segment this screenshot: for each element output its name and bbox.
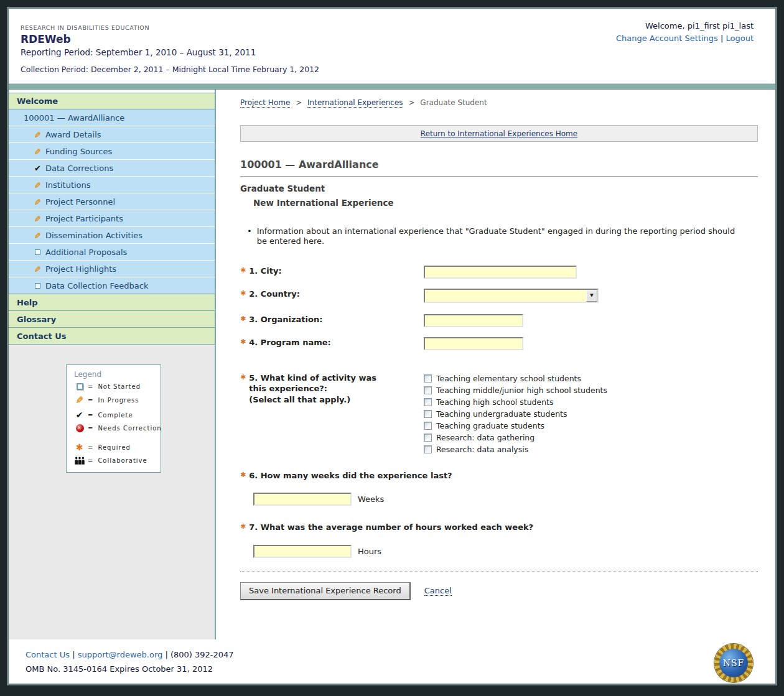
footer-contact-us-link[interactable]: Contact Us [26,650,70,659]
activity-option-teaching-elementary[interactable]: Teaching elementary school students [424,373,607,384]
sidebar-item-data-corrections[interactable]: ✔ Data Corrections [9,160,215,177]
sidebar-item-project-personnel[interactable]: ✎ Project Personnel [9,193,215,210]
sidebar-item-help[interactable]: Help [9,294,215,311]
required-icon [240,266,246,277]
sidebar-item-funding-sources[interactable]: ✎ Funding Sources [9,143,215,160]
sidebar-item-award-details[interactable]: ✎ Award Details [9,126,215,143]
activity-option-research-analysis[interactable]: Research: data analysis [424,443,607,455]
breadcrumb-international-experiences-link[interactable]: International Experiences [307,98,403,108]
sidebar-item-institutions[interactable]: ✎ Institutions [9,177,215,193]
sidebar-nav: Welcome 100001 — AwardAlliance ✎ Award D… [9,90,216,639]
return-to-international-experiences-link[interactable]: Return to International Experiences Home [421,129,577,138]
required-icon [240,471,246,481]
app-window: RESEARCH IN DISABILITIES EDUCATION RDEWe… [7,7,777,685]
q1-label: 1. City: [249,266,281,277]
sidebar-item-label: Funding Sources [45,147,112,156]
sidebar-item-contact-us[interactable]: Contact Us [9,328,215,345]
sidebar-item-label: Glossary [17,315,56,324]
sidebar-footer-area: Legend = Not Started ✎ = In Progress ✔ = [9,345,215,639]
legend-row-complete: ✔ = Complete [74,410,157,420]
pencil-icon: ✎ [32,264,43,274]
activity-option-teaching-high[interactable]: Teaching high school students [424,396,607,408]
q7-label: 7. What was the average number of hours … [249,522,533,533]
legend-label: Not Started [98,383,141,390]
activity-option-research-gathering[interactable]: Research: data gathering [424,432,607,443]
option-label: Research: data analysis [436,445,528,454]
country-select[interactable]: ▼ [424,289,599,303]
sidebar-item-project-participants[interactable]: ✎ Project Participants [9,210,215,227]
checkbox[interactable] [424,422,432,430]
pencil-icon: ✎ [74,394,85,406]
required-icon [240,522,246,533]
breadcrumb-project-home-link[interactable]: Project Home [240,98,290,108]
sidebar-item-additional-proposals[interactable]: Additional Proposals [9,244,215,261]
header-link-separator: | [721,34,723,43]
sidebar-item-label: Additional Proposals [45,248,127,257]
save-international-experience-button[interactable]: Save International Experience Record [240,582,411,600]
city-input[interactable] [424,266,577,279]
legend-label: In Progress [98,397,139,404]
sidebar-item-label: 100001 — AwardAlliance [24,113,124,123]
checkbox[interactable] [424,410,432,418]
not-started-icon [32,249,43,255]
organization-input[interactable] [424,314,523,327]
activity-option-teaching-middle[interactable]: Teaching middle/junior high school stude… [424,384,607,396]
legend-row-collaborative: = Collaborative [74,457,157,465]
sidebar-item-data-collection-feedback[interactable]: Data Collection Feedback [9,277,215,294]
sidebar-item-label: Dissemination Activities [45,231,142,240]
checkbox[interactable] [424,398,432,406]
logout-link[interactable]: Logout [726,34,754,43]
pencil-icon: ✎ [32,231,43,240]
sidebar-item-award[interactable]: 100001 — AwardAlliance [9,109,215,126]
sidebar-item-welcome[interactable]: Welcome [9,93,215,109]
q7-label-row: 7. What was the average number of hours … [240,522,758,533]
account-area: Welcome, pi1_first pi1_last Change Accou… [616,21,754,43]
q3-label: 3. Organization: [249,314,322,325]
sidebar-item-project-highlights[interactable]: ✎ Project Highlights [9,261,215,277]
experience-form: 1. City: 2. Country: ▼ [240,266,758,600]
pencil-icon: ✎ [32,147,43,156]
program-name-input[interactable] [424,337,523,350]
legend-row-not-started: = Not Started [74,383,157,390]
sidebar-item-label: Contact Us [17,332,66,341]
checkbox[interactable] [424,445,432,453]
sidebar-item-label: Help [17,298,37,307]
collaborative-icon [74,457,85,465]
breadcrumb: Project Home > International Experiences… [240,98,758,107]
section-title: Graduate Student [240,183,758,193]
checkbox[interactable] [424,434,432,442]
hours-unit-label: Hours [358,547,381,556]
required-icon [240,315,246,325]
equals-sign: = [88,457,93,464]
cancel-link[interactable]: Cancel [424,586,452,596]
bullet: • [247,226,252,247]
header: RESEARCH IN DISABILITIES EDUCATION RDEWe… [9,9,775,83]
option-label: Research: data gathering [436,433,534,442]
checkbox[interactable] [424,386,432,394]
footer: Contact Us | support@rdeweb.org | (800) … [9,639,775,685]
q2-label: 2. Country: [249,289,300,300]
q4-label-row: 4. Program name: [240,337,424,348]
legend-row-in-progress: ✎ = In Progress [74,394,157,406]
dropdown-arrow-icon[interactable]: ▼ [586,290,597,302]
welcome-user: Welcome, pi1_first pi1_last [616,21,754,30]
sidebar-item-glossary[interactable]: Glossary [9,311,215,328]
hours-input[interactable] [253,545,352,558]
sidebar-item-label: Welcome [17,96,58,106]
nsf-globe: NSF [719,649,748,677]
option-label: Teaching elementary school students [436,374,581,383]
q6-label: 6. How many weeks did the experience las… [249,470,452,481]
activity-option-teaching-undergraduate[interactable]: Teaching undergraduate students [424,408,607,420]
weeks-input[interactable] [253,493,352,506]
sidebar-item-dissemination-activities[interactable]: ✎ Dissemination Activities [9,227,215,244]
pencil-icon: ✎ [32,180,43,190]
q1-label-row: 1. City: [240,266,424,277]
footer-email-link[interactable]: support@rdeweb.org [78,650,163,659]
legend-row-required: ✱ = Required [74,442,157,452]
activity-option-teaching-graduate[interactable]: Teaching graduate students [424,420,607,432]
pencil-icon: ✎ [32,130,43,139]
change-account-settings-link[interactable]: Change Account Settings [616,34,718,43]
checkbox[interactable] [424,374,432,383]
option-label: Teaching high school students [436,397,554,407]
not-started-icon [74,383,85,390]
